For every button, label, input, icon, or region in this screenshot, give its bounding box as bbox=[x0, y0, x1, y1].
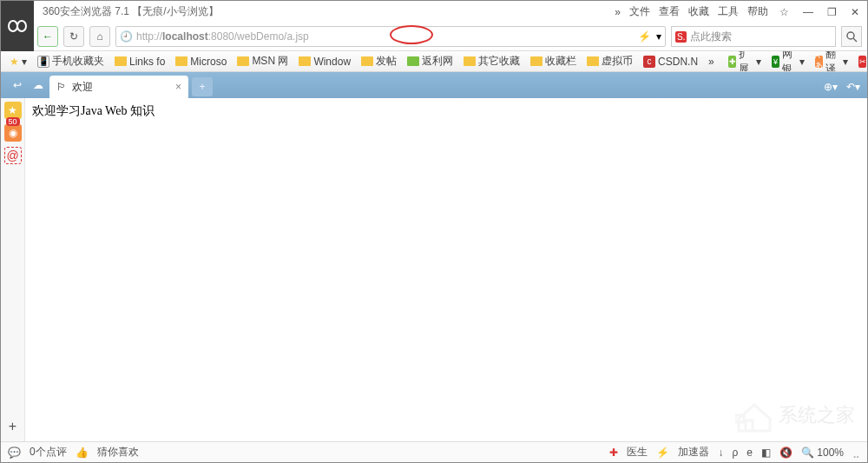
tab-active[interactable]: 🏳 欢迎 × bbox=[49, 76, 188, 98]
home-button[interactable]: ⌂ bbox=[89, 26, 110, 47]
nav-bar: ← ↻ ⌂ 🕘 http://localhost:8080/webDemo/a.… bbox=[1, 23, 867, 51]
tab-close-icon[interactable]: × bbox=[175, 81, 181, 93]
tab-undo-close-icon[interactable]: ↶▾ bbox=[846, 81, 860, 93]
address-bar[interactable]: 🕘 http://localhost:8080/webDemo/a.jsp ⚡ … bbox=[115, 26, 666, 47]
url-text: http://localhost:8080/webDemo/a.jsp bbox=[136, 30, 309, 43]
watermark: 系统之家 bbox=[735, 398, 855, 433]
status-guess[interactable]: 猜你喜欢 bbox=[97, 445, 139, 460]
search-button[interactable] bbox=[841, 26, 862, 47]
menu-fav[interactable]: 收藏 bbox=[688, 4, 709, 19]
bookmark-star[interactable]: ★▾ bbox=[6, 56, 30, 68]
svg-rect-4 bbox=[735, 415, 744, 422]
ext-jietu[interactable]: ✂截图▾ bbox=[855, 51, 867, 72]
tray-icon[interactable]: ☆ bbox=[777, 6, 792, 18]
ext-fanyi[interactable]: Aあ翻译▾ bbox=[812, 51, 852, 72]
flash-icon[interactable]: ⚡ bbox=[638, 30, 651, 43]
weibo-badge: 50 bbox=[6, 117, 20, 126]
svg-point-1 bbox=[17, 21, 26, 31]
page-viewport: 欢迎学习Java Web 知识 系统之家 bbox=[25, 98, 867, 441]
bookmark-bar: ★▾ 📱手机收藏夹 Links fo Microso MSN 网 Window … bbox=[1, 51, 867, 72]
app-logo bbox=[1, 1, 34, 51]
tab-add-panel-icon[interactable]: ⊕▾ bbox=[824, 81, 838, 93]
status-accelerator[interactable]: 加速器 bbox=[678, 445, 709, 460]
left-sidebar: ★ 50 ◉ @ + bbox=[1, 98, 25, 441]
restore-tabs-icon[interactable]: ↩ bbox=[8, 76, 27, 95]
menu-file[interactable]: 文件 bbox=[629, 4, 650, 19]
page-content: 欢迎学习Java Web 知识 bbox=[32, 103, 860, 119]
svg-line-3 bbox=[853, 38, 857, 42]
bookmark-fanli[interactable]: 返利网 bbox=[404, 54, 457, 69]
status-bar: 💬 0个点评 👍 猜你喜欢 ✚ 医生 ⚡ 加速器 ↓ ρ e ◧ 🔇 🔍 100… bbox=[1, 441, 867, 462]
ext-wangyin[interactable]: ¥网银▾ bbox=[768, 51, 808, 72]
sidebar-add-button[interactable]: + bbox=[9, 419, 16, 434]
new-tab-button[interactable]: + bbox=[192, 77, 213, 96]
highlight-annotation bbox=[390, 25, 433, 44]
status-split-icon[interactable]: ◧ bbox=[761, 446, 771, 459]
menu-separator: » bbox=[615, 6, 621, 18]
status-e-icon[interactable]: e bbox=[746, 446, 753, 459]
status-doctor[interactable]: 医生 bbox=[627, 445, 648, 460]
status-doctor-icon[interactable]: ✚ bbox=[609, 446, 618, 459]
tab-title: 欢迎 bbox=[72, 80, 93, 95]
ext-extensions[interactable]: ✚扩展▾ bbox=[725, 51, 765, 72]
status-accel-icon[interactable]: ⚡ bbox=[656, 446, 669, 459]
search-placeholder: 点此搜索 bbox=[690, 30, 732, 44]
sidebar-at-icon[interactable]: @ bbox=[4, 147, 22, 164]
bookmark-links[interactable]: Links fo bbox=[111, 56, 168, 68]
status-comments-icon[interactable]: 💬 bbox=[8, 446, 21, 459]
bookmark-favbar[interactable]: 收藏栏 bbox=[527, 54, 580, 69]
sidebar-weibo-icon[interactable]: 50 ◉ bbox=[4, 124, 22, 142]
cloud-tabs-icon[interactable]: ☁ bbox=[29, 76, 48, 95]
back-button[interactable]: ← bbox=[37, 26, 58, 47]
bookmark-more[interactable]: » bbox=[705, 56, 718, 68]
status-zoom[interactable]: 🔍 100% bbox=[801, 446, 844, 459]
site-info-icon[interactable]: 🕘 bbox=[120, 30, 133, 43]
menu-tools[interactable]: 工具 bbox=[718, 4, 739, 19]
sidebar-favorites-icon[interactable]: ★ bbox=[4, 102, 22, 119]
bookmark-crypto[interactable]: 虚拟币 bbox=[583, 54, 636, 69]
forward-button[interactable]: ↻ bbox=[63, 26, 84, 47]
status-mute-icon[interactable]: 🔇 bbox=[779, 446, 792, 459]
bookmark-window[interactable]: Window bbox=[295, 56, 354, 68]
status-guess-icon[interactable]: 👍 bbox=[76, 446, 89, 459]
title-bar: 360安全浏览器 7.1 【无痕/小号浏览】 » 文件 查看 收藏 工具 帮助 … bbox=[1, 1, 867, 23]
bookmark-fatie[interactable]: 发帖 bbox=[358, 54, 400, 69]
tab-favicon: 🏳 bbox=[56, 81, 67, 93]
menu-help[interactable]: 帮助 bbox=[747, 4, 768, 19]
url-dropdown-icon[interactable]: ▾ bbox=[656, 30, 661, 43]
status-comments[interactable]: 0个点评 bbox=[30, 445, 67, 460]
status-resize-grip[interactable]: ⣀ bbox=[852, 446, 860, 459]
bookmark-mobile[interactable]: 📱手机收藏夹 bbox=[34, 54, 108, 69]
svg-point-2 bbox=[847, 32, 854, 39]
search-engine-icon[interactable]: S. bbox=[675, 31, 687, 43]
bookmark-microso[interactable]: Microso bbox=[172, 56, 230, 68]
tab-strip: ↩ ☁ 🏳 欢迎 × + ⊕▾ ↶▾ bbox=[1, 72, 867, 98]
close-button[interactable]: ✕ bbox=[848, 6, 862, 18]
status-download-icon[interactable]: ↓ bbox=[718, 446, 723, 459]
bookmark-other[interactable]: 其它收藏 bbox=[460, 54, 523, 69]
bookmark-msn[interactable]: MSN 网 bbox=[233, 54, 292, 69]
minimize-button[interactable]: — bbox=[800, 6, 816, 18]
window-title: 360安全浏览器 7.1 【无痕/小号浏览】 bbox=[43, 4, 219, 19]
maximize-button[interactable]: ❐ bbox=[825, 6, 839, 18]
svg-point-0 bbox=[9, 21, 17, 31]
menu-view[interactable]: 查看 bbox=[659, 4, 680, 19]
search-box[interactable]: S. 点此搜索 bbox=[671, 26, 836, 47]
status-p-icon[interactable]: ρ bbox=[732, 446, 738, 459]
bookmark-csdn[interactable]: cCSDN.N bbox=[640, 56, 701, 68]
